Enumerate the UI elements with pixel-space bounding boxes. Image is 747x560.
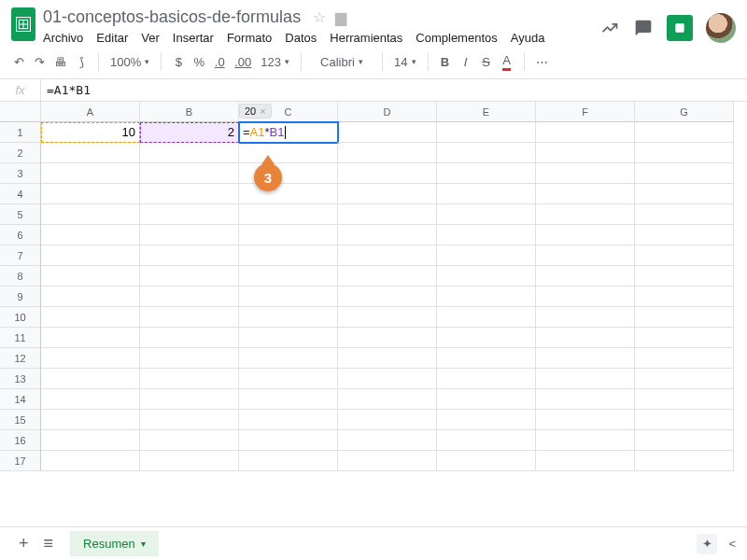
menu-editar[interactable]: Editar xyxy=(96,31,128,45)
cell-C15[interactable] xyxy=(239,410,338,430)
cell-F17[interactable] xyxy=(536,451,635,471)
cell-G8[interactable] xyxy=(635,266,734,287)
cell-D1[interactable] xyxy=(338,122,437,143)
cell-B1[interactable]: 2 xyxy=(140,122,239,143)
star-icon[interactable]: ☆ xyxy=(313,9,326,25)
row-6[interactable]: 6 xyxy=(0,225,41,245)
cell-B11[interactable] xyxy=(140,328,239,348)
cell-G17[interactable] xyxy=(635,451,734,471)
folder-icon[interactable]: ▆ xyxy=(335,9,346,25)
strike-button[interactable]: S xyxy=(477,50,496,73)
cell-A17[interactable] xyxy=(41,451,140,471)
cell-G7[interactable] xyxy=(635,245,734,266)
cell-G4[interactable] xyxy=(635,184,734,204)
row-17[interactable]: 17 xyxy=(0,451,41,471)
sheets-logo[interactable] xyxy=(11,7,35,41)
all-sheets-button[interactable]: ≡ xyxy=(36,534,62,553)
cell-F10[interactable] xyxy=(536,307,635,328)
cell-A8[interactable] xyxy=(41,266,140,287)
cell-G2[interactable] xyxy=(635,143,734,163)
number-format-button[interactable]: 123 xyxy=(257,50,293,73)
menu-formato[interactable]: Formato xyxy=(227,31,272,45)
cell-C11[interactable] xyxy=(239,328,338,348)
cell-F14[interactable] xyxy=(536,389,635,410)
menu-datos[interactable]: Datos xyxy=(285,31,317,45)
cell-G1[interactable] xyxy=(635,122,734,143)
row-9[interactable]: 9 xyxy=(0,287,41,307)
cell-C1[interactable]: 20×=A1*B1 xyxy=(239,122,338,143)
menu-complementos[interactable]: Complementos xyxy=(416,31,497,45)
cell-C16[interactable] xyxy=(239,430,338,451)
cell-B15[interactable] xyxy=(140,410,239,430)
cell-E10[interactable] xyxy=(437,307,536,328)
cell-B12[interactable] xyxy=(140,348,239,369)
cell-A9[interactable] xyxy=(41,287,140,307)
cell-G6[interactable] xyxy=(635,225,734,245)
cell-G5[interactable] xyxy=(635,204,734,225)
row-7[interactable]: 7 xyxy=(0,245,41,266)
text-color-button[interactable]: A xyxy=(498,50,516,73)
cell-A16[interactable] xyxy=(41,430,140,451)
currency-button[interactable]: $ xyxy=(169,50,188,73)
cell-B8[interactable] xyxy=(140,266,239,287)
cell-D12[interactable] xyxy=(338,348,437,369)
menu-archivo[interactable]: Archivo xyxy=(43,31,83,45)
cell-F15[interactable] xyxy=(536,410,635,430)
cell-F6[interactable] xyxy=(536,225,635,245)
cell-E1[interactable] xyxy=(437,122,536,143)
cell-E3[interactable] xyxy=(437,163,536,184)
cell-E15[interactable] xyxy=(437,410,536,430)
row-11[interactable]: 11 xyxy=(0,328,41,348)
comment-icon[interactable] xyxy=(633,18,654,38)
menu-herramientas[interactable]: Herramientas xyxy=(330,31,402,45)
cell-F7[interactable] xyxy=(536,245,635,266)
cell-G13[interactable] xyxy=(635,369,734,389)
row-16[interactable]: 16 xyxy=(0,430,41,451)
cell-D10[interactable] xyxy=(338,307,437,328)
cell-A5[interactable] xyxy=(41,204,140,225)
cell-B14[interactable] xyxy=(140,389,239,410)
cell-D3[interactable] xyxy=(338,163,437,184)
cell-E16[interactable] xyxy=(437,430,536,451)
zoom-select[interactable]: 100% xyxy=(106,50,153,73)
cell-B3[interactable] xyxy=(140,163,239,184)
row-4[interactable]: 4 xyxy=(0,184,41,204)
cell-F4[interactable] xyxy=(536,184,635,204)
italic-button[interactable]: I xyxy=(457,50,475,73)
cell-E14[interactable] xyxy=(437,389,536,410)
cell-G12[interactable] xyxy=(635,348,734,369)
cell-F9[interactable] xyxy=(536,287,635,307)
row-14[interactable]: 14 xyxy=(0,389,41,410)
font-size-select[interactable]: 14 xyxy=(390,50,419,73)
cell-E8[interactable] xyxy=(437,266,536,287)
col-B[interactable]: B xyxy=(140,102,239,122)
inc-decimal-button[interactable]: .00 xyxy=(231,50,255,73)
cell-E9[interactable] xyxy=(437,287,536,307)
cell-D9[interactable] xyxy=(338,287,437,307)
cell-F12[interactable] xyxy=(536,348,635,369)
col-D[interactable]: D xyxy=(338,102,437,122)
cell-D5[interactable] xyxy=(338,204,437,225)
cell-A15[interactable] xyxy=(41,410,140,430)
cell-A2[interactable] xyxy=(41,143,140,163)
cell-G3[interactable] xyxy=(635,163,734,184)
cell-A14[interactable] xyxy=(41,389,140,410)
cell-E6[interactable] xyxy=(437,225,536,245)
cell-F16[interactable] xyxy=(536,430,635,451)
cell-D15[interactable] xyxy=(338,410,437,430)
doc-title[interactable]: 01-conceptos-basicos-de-formulas xyxy=(43,7,301,27)
cell-G10[interactable] xyxy=(635,307,734,328)
cell-C2[interactable] xyxy=(239,143,338,163)
row-1[interactable]: 1 xyxy=(0,122,41,143)
share-button[interactable] xyxy=(667,15,693,41)
cell-D17[interactable] xyxy=(338,451,437,471)
cell-D6[interactable] xyxy=(338,225,437,245)
cell-B2[interactable] xyxy=(140,143,239,163)
cell-G14[interactable] xyxy=(635,389,734,410)
col-G[interactable]: G xyxy=(635,102,734,122)
cell-F8[interactable] xyxy=(536,266,635,287)
row-10[interactable]: 10 xyxy=(0,307,41,328)
cell-E4[interactable] xyxy=(437,184,536,204)
explore-button[interactable]: ✦ xyxy=(697,534,717,554)
cell-C8[interactable] xyxy=(239,266,338,287)
